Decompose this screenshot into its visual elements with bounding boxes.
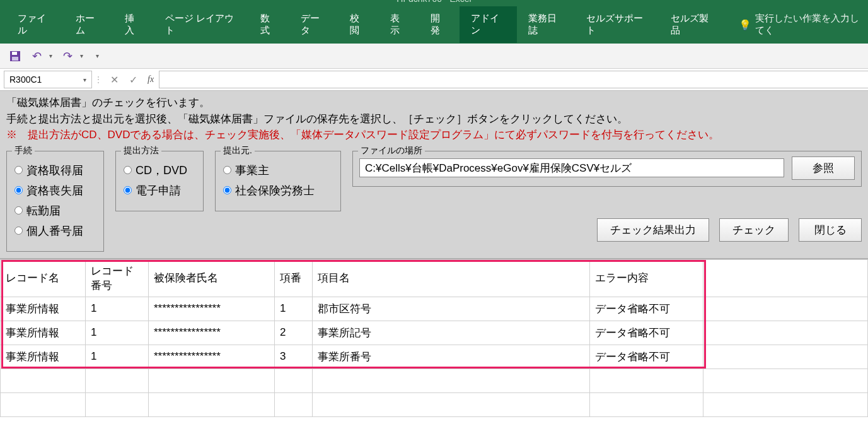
cancel-formula-icon[interactable]: ✕	[105, 74, 124, 86]
header-blank	[703, 259, 868, 297]
instruction-warning: ※ 提出方法がCD、DVDである場合は、チェック実施後、「媒体データパスワード設…	[6, 127, 862, 143]
header-item-num: 項番	[275, 259, 313, 297]
check-button[interactable]: チェック	[719, 218, 789, 242]
tab-gyoumu[interactable]: 業務日誌	[517, 6, 575, 43]
lightbulb-icon: 💡	[739, 19, 751, 31]
tab-file[interactable]: ファイル	[6, 6, 64, 43]
enter-formula-icon[interactable]: ✓	[124, 74, 142, 86]
name-box-value: R300C1	[9, 74, 42, 85]
save-icon[interactable]	[6, 47, 24, 65]
tab-insert[interactable]: 挿入	[113, 6, 154, 43]
group-method: 提出方法 CD，DVD 電子申請	[115, 151, 204, 211]
undo-dropdown-icon[interactable]: ▾	[49, 52, 52, 59]
table-row[interactable]	[1, 392, 868, 416]
result-table: レコード名 レコード番号 被保険者氏名 項番 項目名 エラー内容 事業所情報 1…	[0, 259, 868, 417]
tell-me-text: 実行したい作業を入力してく	[755, 13, 869, 37]
chevron-down-icon: ▾	[83, 76, 86, 83]
instruction-1: 「磁気媒体届書」のチェックを行います。	[6, 95, 862, 111]
tab-developer[interactable]: 開発	[419, 6, 460, 43]
redo-dropdown-icon[interactable]: ▾	[80, 52, 83, 59]
separator: ⋮	[92, 74, 105, 85]
group-method-label: 提出方法	[121, 145, 161, 156]
tab-page-layout[interactable]: ページ レイアウト	[154, 6, 249, 43]
radio-method-1[interactable]: 電子申請	[124, 183, 195, 198]
table-row[interactable]: 事業所情報 1 **************** 1 郡市区符号 データ省略不可	[1, 297, 868, 321]
svg-rect-2	[12, 57, 18, 61]
tab-cells-support[interactable]: セルズサポート	[575, 6, 659, 43]
group-procedure: 手続 資格取得届 資格喪失届 転勤届 個人番号届	[6, 151, 104, 252]
tab-data[interactable]: データ	[289, 6, 339, 43]
file-path-input[interactable]: C:¥Cells¥台帳¥DaProcess¥eGov¥雇用保険CSV¥セルズ	[359, 158, 784, 177]
result-grid-area: レコード名 レコード番号 被保険者氏名 項番 項目名 エラー内容 事業所情報 1…	[0, 259, 868, 417]
name-box[interactable]: R300C1 ▾	[4, 71, 92, 88]
quick-access-toolbar: ↶ ▾ ↷ ▾ ▾	[0, 44, 868, 69]
radio-procedure-3[interactable]: 個人番号届	[14, 223, 96, 239]
header-insured: 被保険者氏名	[149, 259, 275, 297]
radio-source-1[interactable]: 社会保険労務士	[223, 183, 333, 198]
radio-source-0[interactable]: 事業主	[223, 163, 333, 178]
group-source: 提出元. 事業主 社会保険労務士	[215, 151, 341, 211]
group-procedure-label: 手続	[12, 145, 35, 156]
tab-review[interactable]: 校閲	[339, 6, 379, 43]
svg-rect-1	[12, 52, 17, 55]
tab-formulas[interactable]: 数式	[249, 6, 289, 43]
header-rec-num: レコード番号	[86, 259, 149, 297]
header-rec-name: レコード名	[1, 259, 86, 297]
tab-home[interactable]: ホーム	[64, 6, 113, 43]
radio-procedure-2[interactable]: 転勤届	[14, 203, 96, 218]
group-source-label: 提出元.	[221, 145, 255, 156]
radio-method-0[interactable]: CD，DVD	[124, 163, 195, 178]
instruction-2: 手続と提出方法と提出元を選択後、「磁気媒体届書」ファイルの保存先を選択し、［チェ…	[6, 111, 862, 127]
browse-button[interactable]: 参照	[792, 156, 855, 180]
title-bar: HFdchk700 - Excel	[0, 0, 868, 6]
redo-icon[interactable]: ↷	[59, 47, 76, 65]
table-row[interactable]: 事業所情報 1 **************** 3 事業所番号 データ省略不可	[1, 345, 868, 368]
app-title: HFdchk700 - Excel	[396, 0, 471, 4]
tab-cells-product[interactable]: セルズ製品	[659, 6, 726, 43]
tab-addin[interactable]: アドイン	[460, 6, 518, 43]
header-item-name: 項目名	[313, 259, 590, 297]
header-error: エラー内容	[590, 259, 703, 297]
radio-procedure-0[interactable]: 資格取得届	[14, 163, 96, 178]
table-header-row: レコード名 レコード番号 被保険者氏名 項番 項目名 エラー内容	[1, 259, 868, 297]
formula-bar: R300C1 ▾ ⋮ ✕ ✓ fx	[0, 69, 868, 91]
group-file-location: ファイルの場所 C:¥Cells¥台帳¥DaProcess¥eGov¥雇用保険C…	[352, 151, 862, 187]
formula-input[interactable]	[159, 71, 868, 88]
table-row[interactable]	[1, 368, 868, 392]
close-button[interactable]: 閉じる	[799, 218, 862, 242]
radio-procedure-1[interactable]: 資格喪失届	[14, 183, 96, 198]
form-panel: 「磁気媒体届書」のチェックを行います。 手続と提出方法と提出元を選択後、「磁気媒…	[0, 91, 868, 259]
tell-me[interactable]: 💡 実行したい作業を入力してく	[739, 13, 869, 37]
undo-icon[interactable]: ↶	[28, 47, 45, 65]
output-button[interactable]: チェック結果出力	[597, 218, 709, 242]
tab-view[interactable]: 表示	[379, 6, 419, 43]
ribbon-tabs: ファイル ホーム 挿入 ページ レイアウト 数式 データ 校閲 表示 開発 アド…	[0, 6, 868, 44]
file-location-label: ファイルの場所	[358, 145, 425, 156]
fx-icon[interactable]: fx	[148, 74, 154, 85]
qat-customize-icon[interactable]: ▾	[96, 52, 99, 59]
table-row[interactable]: 事業所情報 1 **************** 2 事業所記号 データ省略不可	[1, 321, 868, 345]
